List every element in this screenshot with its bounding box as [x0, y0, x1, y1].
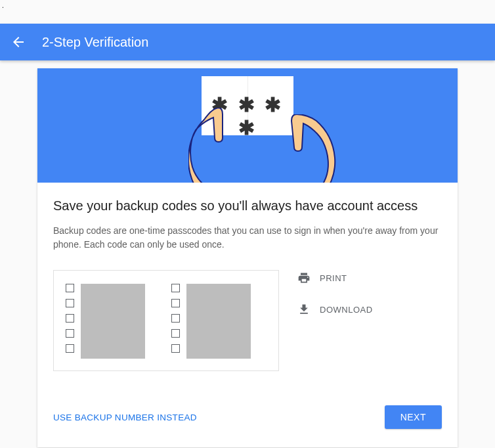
use-backup-number-link[interactable]: USE BACKUP NUMBER INSTEAD: [53, 413, 197, 422]
main-card: ✱ ✱ ✱ ✱ Save your backup codes so you'll…: [37, 68, 458, 447]
heading: Save your backup codes so you'll always …: [53, 198, 442, 213]
checkbox-column: [171, 284, 180, 359]
hand-right-icon: [284, 114, 336, 183]
content-row: PRINT DOWNLOAD: [53, 270, 442, 371]
print-icon: [297, 271, 311, 284]
arrow-left-icon: [11, 34, 26, 50]
code-checkbox[interactable]: [171, 299, 180, 307]
app-bar: 2-Step Verification: [0, 24, 495, 60]
hero-illustration: ✱ ✱ ✱ ✱: [37, 68, 458, 183]
print-label: PRINT: [320, 273, 347, 283]
description: Backup codes are one-time passcodes that…: [53, 224, 442, 252]
print-button[interactable]: PRINT: [297, 271, 373, 284]
next-button[interactable]: NEXT: [385, 405, 442, 429]
code-checkbox[interactable]: [171, 284, 180, 292]
code-column-right: [171, 284, 251, 359]
code-checkbox[interactable]: [66, 329, 74, 338]
codes-redacted: [81, 284, 145, 359]
download-button[interactable]: DOWNLOAD: [297, 303, 373, 316]
code-checkbox[interactable]: [171, 314, 180, 323]
code-checkbox[interactable]: [66, 284, 74, 292]
code-checkbox[interactable]: [66, 314, 74, 323]
page-title: 2-Step Verification: [42, 35, 148, 50]
checkbox-column: [66, 284, 74, 359]
download-icon: [297, 303, 311, 316]
actions-column: PRINT DOWNLOAD: [297, 270, 373, 371]
code-checkbox[interactable]: [66, 299, 74, 307]
card-footer: USE BACKUP NUMBER INSTEAD NEXT: [37, 405, 458, 447]
code-checkbox[interactable]: [171, 329, 180, 338]
download-label: DOWNLOAD: [320, 305, 373, 315]
code-checkbox[interactable]: [171, 344, 180, 353]
stray-dot: .: [2, 2, 4, 9]
back-button[interactable]: [11, 34, 26, 50]
code-checkbox[interactable]: [66, 344, 74, 353]
codes-redacted: [186, 284, 251, 359]
hand-left-icon: [188, 108, 247, 183]
backup-codes-box: [53, 270, 279, 371]
card-body: Save your backup codes so you'll always …: [37, 183, 458, 387]
code-column-left: [66, 284, 145, 359]
